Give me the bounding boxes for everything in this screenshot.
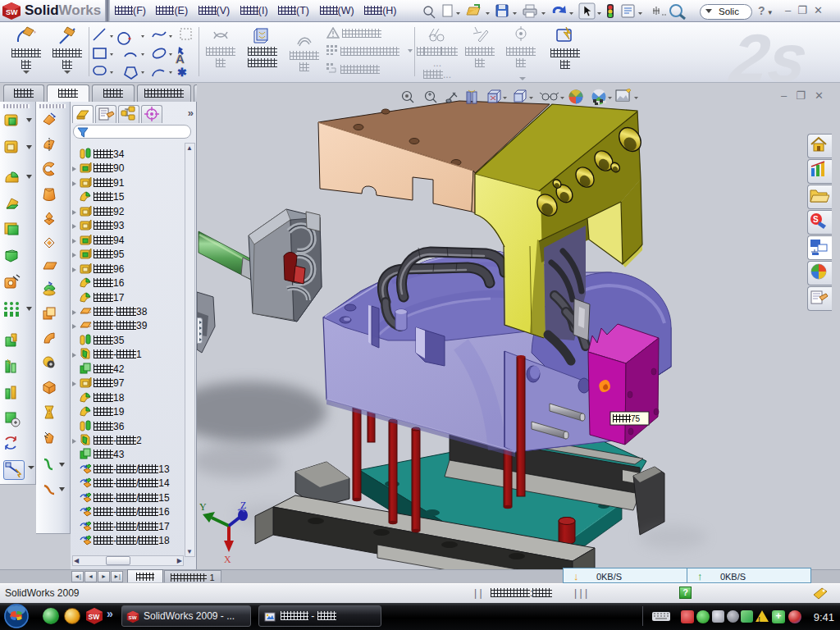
svg-text:X: X	[224, 554, 231, 565]
svg-text:S: S	[813, 215, 819, 224]
svg-text:Z: Z	[240, 500, 246, 511]
svg-text:SW: SW	[6, 8, 18, 16]
svg-text:✱: ✱	[177, 66, 187, 79]
svg-text:SW: SW	[129, 614, 137, 620]
svg-text:A: A	[176, 52, 185, 66]
svg-text:Y: Y	[199, 501, 207, 513]
svg-text:SW: SW	[89, 613, 101, 621]
